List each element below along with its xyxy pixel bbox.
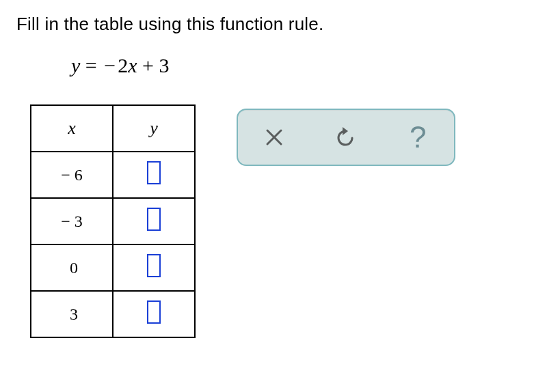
undo-button[interactable] bbox=[325, 117, 366, 158]
table-row: −6 bbox=[31, 152, 195, 198]
y-input[interactable] bbox=[147, 208, 161, 231]
x-cell: 3 bbox=[31, 291, 113, 337]
x-value: 3 bbox=[75, 212, 83, 230]
y-cell bbox=[113, 291, 195, 337]
y-input[interactable] bbox=[147, 254, 161, 277]
function-table: x y −6 −3 0 3 bbox=[30, 104, 196, 338]
x-sign: − bbox=[61, 212, 70, 230]
formula-coef: 2 bbox=[118, 54, 128, 76]
table-row: 3 bbox=[31, 291, 195, 337]
header-y: y bbox=[113, 105, 195, 152]
x-cell: −6 bbox=[31, 152, 113, 198]
undo-icon bbox=[334, 126, 358, 149]
formula-equals: = bbox=[85, 54, 97, 76]
x-value: 0 bbox=[70, 259, 78, 277]
x-cell: −3 bbox=[31, 198, 113, 244]
y-input[interactable] bbox=[147, 300, 161, 324]
x-value: 6 bbox=[75, 166, 83, 184]
formula-const: 3 bbox=[159, 54, 169, 76]
formula-op: + bbox=[142, 54, 154, 76]
svg-marker-2 bbox=[343, 127, 348, 135]
x-cell: 0 bbox=[31, 244, 113, 291]
table-row: −3 bbox=[31, 198, 195, 244]
table-row: 0 bbox=[31, 244, 195, 291]
formula-var: x bbox=[128, 54, 137, 76]
close-button[interactable] bbox=[254, 117, 295, 158]
y-cell bbox=[113, 198, 195, 244]
x-value: 3 bbox=[70, 305, 78, 323]
x-sign: − bbox=[61, 166, 70, 184]
formula-lhs: y bbox=[71, 54, 80, 76]
help-button[interactable]: ? bbox=[397, 117, 438, 158]
formula-coef-sign: − bbox=[104, 54, 116, 76]
y-input[interactable] bbox=[147, 161, 161, 184]
y-cell bbox=[113, 152, 195, 198]
header-x: x bbox=[31, 105, 113, 152]
close-icon bbox=[264, 127, 284, 148]
instruction-text: Fill in the table using this function ru… bbox=[16, 14, 531, 35]
toolbar: ? bbox=[237, 109, 455, 166]
help-icon: ? bbox=[410, 122, 426, 152]
y-cell bbox=[113, 244, 195, 291]
function-rule: y = −2x + 3 bbox=[71, 54, 531, 77]
table-header-row: x y bbox=[31, 105, 195, 152]
